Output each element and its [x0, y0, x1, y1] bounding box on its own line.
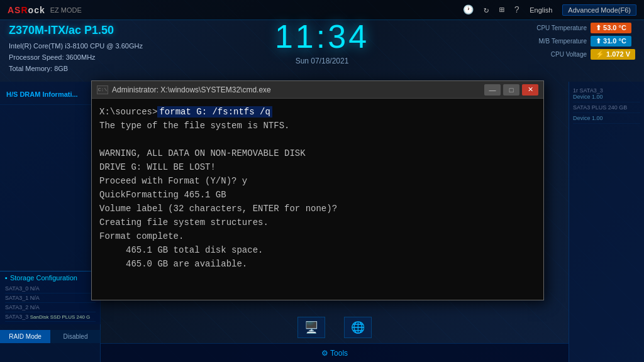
cmd-minimize-button[interactable]: — [484, 84, 501, 96]
cpu-temp-row: CPU Temperature ⬆ 53.0 °C [524, 23, 635, 33]
cpu-temp-value: ⬆ 53.0 °C [591, 23, 631, 33]
refresh-icon: ↻ [484, 4, 489, 15]
storage-item-3: SATA3_3 SanDisk SSD PLUS 240 G [5, 312, 96, 322]
cmd-input-line: X:\sources>format G: /fs:ntfs /q [99, 105, 536, 119]
clock-icon: 🕐 [463, 4, 474, 15]
cmd-output: X:\sources>format G: /fs:ntfs /q The typ… [92, 99, 543, 300]
motherboard-title: Z370M-ITX/ac P1.50 [9, 24, 114, 37]
storage-item-2: SATA3_2 N/A [5, 303, 96, 312]
cmd-progress-line: QuickFormatting 465.1 GB [99, 188, 536, 202]
bios-mode-label: EZ MODE [50, 6, 82, 14]
cmd-maximize-button[interactable]: □ [503, 84, 519, 96]
right-item-2: Device 1.00 [573, 113, 640, 124]
cmd-total-line: 465.1 GB total disk space. [99, 243, 536, 257]
cmd-prompt: X:\sources> [99, 107, 157, 117]
cmd-available-line: 465.0 GB are available. [99, 257, 536, 271]
mb-temp-row: M/B Temperature ⬆ 31.0 °C [524, 36, 635, 47]
network-icon-item[interactable]: 🌐 [344, 317, 372, 338]
right-panel: 1r SATA3_3 Device 1.00 SATA3 PLUS 240 GB… [569, 82, 644, 362]
voltage-row: CPU Voltage ⚡ 1.072 V [524, 49, 635, 60]
cmd-warning-line-0: WARNING, ALL DATA ON NON-REMOVABLE DISK [99, 146, 536, 160]
cpu-info-panel: Intel(R) Core(TM) i3-8100 CPU @ 3.60GHz … [9, 40, 143, 74]
system-info-icon-item[interactable]: 🖥️ [297, 317, 325, 338]
header-icons: 🕐 ↻ ⊞ ? English Advanced Mode(F6) [463, 4, 636, 16]
cmd-window-controls: — □ ✕ [484, 84, 538, 96]
cmd-command: format G: /fs:ntfs /q [157, 106, 272, 118]
cmd-warning-line-1: DRIVE G: WILL BE LOST! [99, 160, 536, 174]
network-icon[interactable]: 🌐 [344, 317, 372, 338]
tools-button[interactable]: ⚙ Tools [321, 349, 348, 358]
screenshot-icon: ⊞ [499, 4, 504, 15]
temperature-panel: CPU Temperature ⬆ 53.0 °C M/B Temperatur… [524, 23, 635, 60]
processor-speed: Processor Speed: 3600MHz [9, 52, 143, 63]
system-date: Sun 07/18/2021 [296, 57, 349, 65]
language-selector[interactable]: English [530, 6, 552, 14]
cmd-label-line: Volume label (32 characters, ENTER for n… [99, 202, 536, 216]
raid-status: Disabled [50, 330, 101, 343]
cmd-window: C:\ Administrator: X:\windows\SYSTEM32\c… [91, 80, 544, 300]
dram-section-title: H/S DRAM Informati... [6, 90, 94, 98]
bottom-toolbar: ⚙ Tools [101, 343, 569, 362]
mb-temp-label: M/B Temperature [524, 38, 587, 45]
cmd-app-icon: C:\ [97, 85, 108, 94]
cpu-temp-label: CPU Temperature [524, 25, 587, 31]
right-item-0: 1r SATA3_3 Device 1.00 [573, 85, 640, 102]
raid-bar: RAID Mode Disabled [0, 330, 101, 343]
system-clock: 11:34 [275, 18, 369, 55]
voltage-label: CPU Voltage [524, 51, 587, 58]
voltage-value: ⚡ 1.072 V [591, 49, 635, 60]
cmd-output-line-0: The type of the file system is NTFS. [99, 119, 536, 133]
cmd-output-blank-1 [99, 133, 536, 146]
cmd-confirm-line: Proceed with Format (Y/N)? y [99, 174, 536, 188]
brand-logo: ASRock [8, 5, 45, 15]
raid-mode-label: RAID Mode [0, 330, 50, 343]
cmd-complete-line: Format complete. [99, 229, 536, 243]
mb-temp-value: ⬆ 31.0 °C [591, 36, 631, 47]
right-item-1: SATA3 PLUS 240 GB [573, 102, 640, 113]
cmd-creating-line: Creating file system structures. [99, 216, 536, 229]
system-info-icon[interactable]: 🖥️ [297, 317, 325, 338]
cmd-title: Administrator: X:\windows\SYSTEM32\cmd.e… [112, 85, 484, 94]
help-icon: ? [514, 5, 519, 15]
storage-item-1: SATA3_1 N/A [5, 293, 96, 303]
dram-info-section: H/S DRAM Informati... [0, 87, 100, 105]
advanced-mode-button[interactable]: Advanced Mode(F6) [562, 4, 636, 16]
storage-item-0: SATA3_0 N/A [5, 284, 96, 293]
cpu-model: Intel(R) Core(TM) i3-8100 CPU @ 3.60GHz [9, 40, 143, 52]
total-memory: Total Memory: 8GB [9, 63, 143, 74]
storage-title: Storage Configuration [5, 274, 96, 282]
cmd-close-button[interactable]: ✕ [522, 84, 538, 96]
storage-section: Storage Configuration SATA3_0 N/A SATA3_… [0, 271, 101, 324]
bottom-icons-bar: 🖥️ 🌐 [101, 312, 569, 343]
cmd-titlebar: C:\ Administrator: X:\windows\SYSTEM32\c… [92, 81, 543, 99]
